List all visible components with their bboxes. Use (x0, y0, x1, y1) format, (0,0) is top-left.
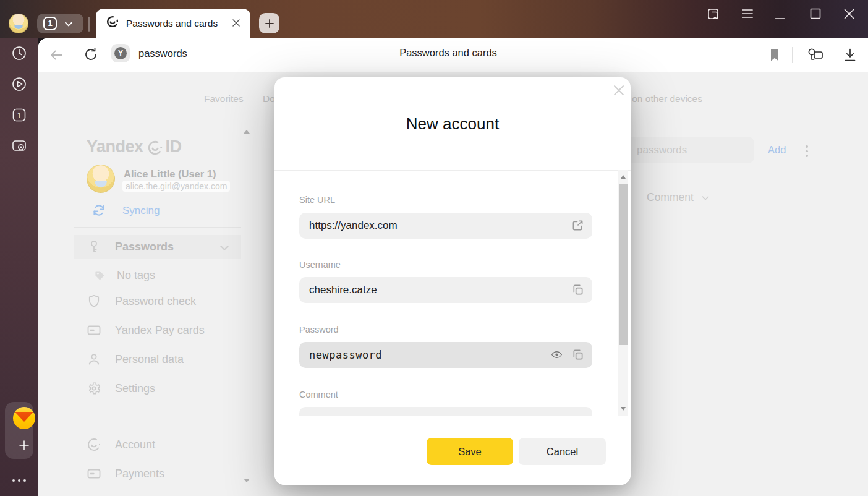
nav-favorites[interactable]: Favorites (204, 93, 244, 105)
sidebar-item-settings[interactable]: Settings (74, 377, 241, 400)
password-label: Password (299, 325, 339, 335)
rail-more-button[interactable] (0, 473, 38, 484)
key-icon (87, 239, 101, 254)
downloads-icon[interactable] (843, 48, 857, 62)
brand-yandex: Yandex (87, 137, 143, 156)
sidebar-item-yandex-pay-cards[interactable]: Yandex Pay cards (74, 319, 241, 342)
sync-status[interactable]: Syncing (122, 205, 160, 217)
sidebar-item-label: Settings (115, 382, 155, 395)
site-favicon-badge[interactable]: Y (111, 44, 130, 62)
username-input[interactable]: cheshire.catze (299, 277, 592, 303)
app-dock (5, 402, 33, 459)
cancel-button[interactable]: Cancel (519, 438, 606, 465)
media-play-icon[interactable] (11, 76, 27, 92)
sidebar-scroll-down-icon[interactable] (244, 479, 250, 482)
scroll-up-icon[interactable] (621, 175, 626, 179)
yandex-mail-app-icon[interactable] (13, 407, 35, 429)
plus-icon (265, 19, 274, 28)
yandex-id-smile-icon (147, 140, 163, 156)
yandex-y-favicon: Y (114, 47, 127, 59)
scroll-down-icon[interactable] (621, 407, 626, 411)
address-bar-text[interactable]: passwords (138, 48, 187, 59)
window-maximize-icon[interactable] (810, 8, 821, 19)
modal-title: New account (274, 114, 631, 134)
browser-window: 1 Passwords and cards 1 (0, 0, 868, 496)
tab-group-pill[interactable]: 1 (37, 14, 83, 33)
user-avatar (87, 165, 115, 193)
history-clock-icon[interactable] (11, 45, 27, 61)
bookmark-icon[interactable] (769, 48, 780, 62)
modal-scrollbar[interactable] (618, 170, 628, 416)
open-external-link-icon[interactable] (572, 220, 584, 231)
side-rail: 1 (0, 38, 38, 496)
password-input[interactable]: newpassword (299, 342, 592, 368)
yandex-id-logo: Yandex ID (87, 137, 182, 156)
svg-text:1: 1 (17, 111, 22, 120)
site-url-label: Site URL (299, 195, 335, 205)
sidebar-item-payments[interactable]: Payments (74, 462, 241, 485)
tab-title: Passwords and cards (126, 18, 218, 29)
username-value: cheshire.catze (309, 284, 377, 296)
sidebar-item-personal-data[interactable]: Personal data (74, 348, 241, 371)
tab-close-icon[interactable] (231, 18, 241, 28)
sidebar-divider (74, 227, 241, 228)
sidebar-item-password-check[interactable]: Password check (74, 289, 241, 313)
person-icon (87, 352, 101, 367)
scrollbar-thumb[interactable] (619, 184, 628, 345)
modal-header-divider (274, 170, 631, 171)
sidebar-scroll-up-icon[interactable] (244, 130, 250, 134)
shield-icon (87, 294, 101, 309)
chevron-down-icon (220, 242, 229, 250)
sidebar-item-passwords[interactable]: Passwords (74, 235, 241, 259)
modal-footer: Save Cancel (274, 416, 631, 485)
profile-avatar[interactable] (9, 14, 28, 33)
passwords-sidebar: Yandex ID Alice Little (User 1) alice.th… (74, 124, 241, 495)
chevron-down-icon (64, 21, 73, 27)
sidebar-item-no-tags[interactable]: No tags (74, 263, 241, 287)
comment-label: Comment (299, 390, 338, 400)
nav-downloads[interactable]: Do (263, 93, 275, 105)
new-tab-button[interactable] (259, 13, 279, 33)
menu-hamburger-icon[interactable] (741, 8, 754, 19)
tabs-count-icon[interactable]: 1 (11, 107, 27, 123)
gear-icon (87, 381, 101, 396)
modal-close-icon[interactable] (612, 83, 626, 97)
refresh-icon[interactable] (83, 46, 98, 62)
tag-icon (94, 270, 106, 281)
user-name: Alice Little (User 1) (124, 168, 216, 180)
add-app-button[interactable] (13, 434, 35, 456)
sidebar-item-label: Yandex Pay cards (115, 324, 205, 337)
window-close-icon[interactable] (843, 8, 855, 20)
password-manager-icon[interactable] (806, 46, 825, 64)
screenshot-icon[interactable] (11, 138, 27, 154)
sidebar-item-account[interactable]: Account (74, 433, 241, 456)
sidebar-item-label: Passwords (115, 241, 174, 254)
sidebar-item-label: Account (115, 438, 155, 451)
site-url-input[interactable]: https://yandex.com (299, 213, 592, 239)
sidebar-item-label: Payments (115, 468, 164, 481)
show-password-eye-icon[interactable] (551, 349, 563, 361)
toolbar-divider (792, 47, 793, 63)
add-password-button[interactable]: Add (768, 144, 786, 156)
sidebar-item-label: Password check (115, 295, 196, 308)
sidebar-item-label: No tags (117, 269, 155, 282)
collections-flag-icon[interactable] (706, 7, 721, 22)
username-label: Username (299, 260, 341, 270)
titlebar-separator (88, 17, 90, 32)
user-email: alice.the.girl@yandex.com (122, 181, 230, 192)
copy-icon[interactable] (572, 349, 584, 361)
back-arrow-icon[interactable] (48, 48, 64, 62)
tab-group-count-badge: 1 (43, 17, 57, 30)
chevron-down-icon (702, 195, 709, 201)
save-button[interactable]: Save (427, 438, 513, 465)
card-icon (87, 323, 101, 338)
more-options-kebab-icon[interactable] (806, 145, 808, 160)
comment-column-header[interactable]: Comment (647, 191, 709, 204)
window-minimize-icon[interactable] (775, 12, 785, 23)
yandex-id-favicon (106, 15, 119, 28)
copy-icon[interactable] (572, 284, 584, 296)
search-placeholder: passwords (637, 144, 687, 156)
sidebar-item-label: Personal data (115, 353, 184, 366)
titlebar: 1 Passwords and cards (0, 0, 868, 38)
tab-passwords-and-cards[interactable]: Passwords and cards (96, 9, 250, 38)
